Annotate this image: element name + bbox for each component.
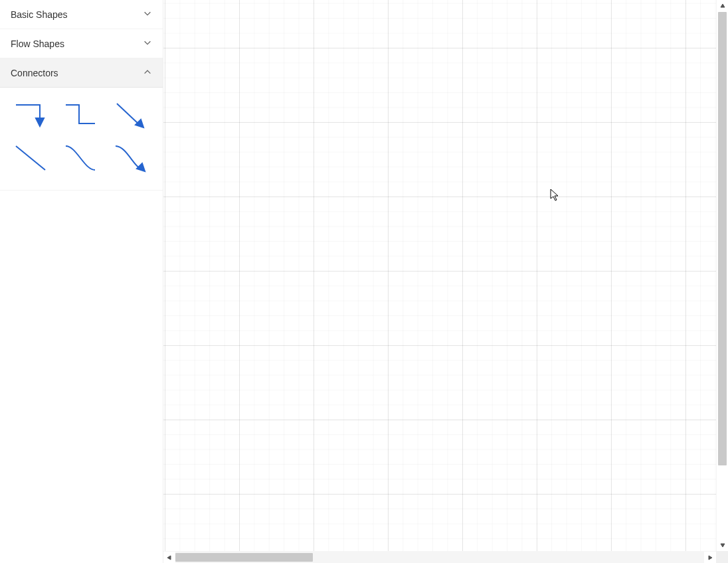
scroll-left-button[interactable]	[163, 552, 175, 563]
scroll-up-button[interactable]	[717, 0, 728, 12]
accordion-section-flow-shapes[interactable]: Flow Shapes	[0, 29, 163, 58]
scroll-right-button[interactable]	[704, 552, 716, 563]
svg-line-0	[117, 104, 139, 125]
diagram-canvas[interactable]	[163, 0, 716, 551]
accordion-section-connectors[interactable]: Connectors	[0, 58, 163, 191]
svg-marker-5	[709, 556, 712, 560]
connector-straight-arrow[interactable]	[112, 100, 149, 131]
connector-straight-line[interactable]	[12, 142, 49, 174]
connector-bezier-arrow[interactable]	[112, 142, 149, 174]
horizontal-scrollbar-track[interactable]	[175, 552, 704, 563]
svg-marker-4	[167, 556, 171, 560]
connector-orthogonal-line[interactable]	[62, 100, 99, 131]
chevron-up-icon	[143, 67, 152, 78]
shapes-panel: Basic Shapes Flow Shapes Connectors	[0, 0, 163, 563]
vertical-scrollbar[interactable]	[716, 0, 728, 551]
accordion-label-basic-shapes: Basic Shapes	[11, 9, 68, 20]
connector-orthogonal-arrow[interactable]	[12, 100, 49, 131]
svg-line-1	[16, 146, 45, 170]
vertical-scrollbar-thumb[interactable]	[718, 12, 727, 465]
svg-marker-3	[721, 544, 725, 547]
scrollbar-corner	[716, 551, 728, 563]
accordion-section-basic-shapes[interactable]: Basic Shapes	[0, 0, 163, 29]
horizontal-scrollbar-thumb[interactable]	[175, 553, 313, 562]
connector-bezier-line[interactable]	[62, 142, 99, 174]
connectors-grid	[0, 88, 163, 191]
horizontal-scrollbar[interactable]	[163, 551, 716, 563]
accordion-label-flow-shapes: Flow Shapes	[11, 39, 64, 49]
chevron-down-icon	[143, 38, 152, 49]
accordion-label-connectors: Connectors	[11, 68, 58, 78]
chevron-down-icon	[143, 9, 152, 20]
diagram-canvas-container	[163, 0, 728, 563]
svg-marker-2	[721, 4, 725, 7]
scroll-down-button[interactable]	[717, 539, 728, 551]
vertical-scrollbar-track[interactable]	[717, 12, 728, 539]
